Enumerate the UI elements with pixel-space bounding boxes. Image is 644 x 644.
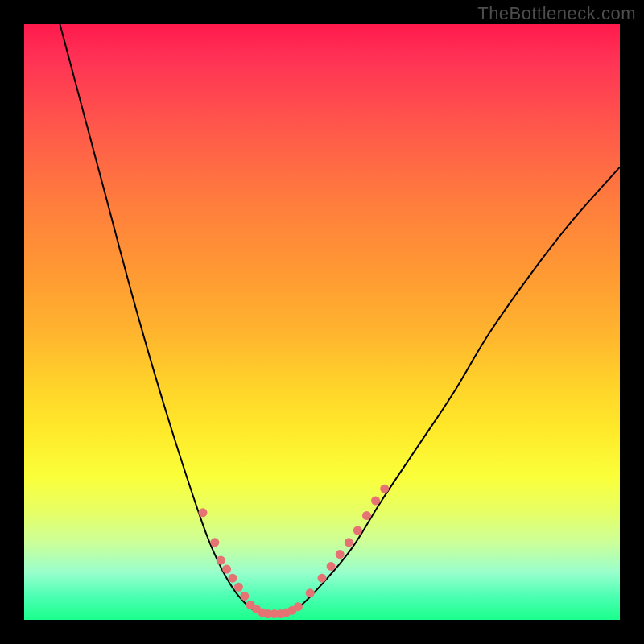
sample-dot xyxy=(318,574,327,583)
sample-dot xyxy=(306,588,315,597)
sample-dot xyxy=(380,485,389,493)
chart-frame: TheBottleneck.com xyxy=(0,0,644,644)
sample-dot xyxy=(199,508,208,517)
sample-dot xyxy=(371,497,380,506)
bottleneck-curve xyxy=(60,24,620,614)
sample-dot xyxy=(327,562,336,571)
plot-area xyxy=(24,24,620,620)
sample-dot xyxy=(362,511,371,520)
watermark-text: TheBottleneck.com xyxy=(477,3,636,24)
sample-dot xyxy=(210,538,219,547)
sample-dot xyxy=(345,538,353,547)
sample-dot xyxy=(222,565,231,574)
sample-dot xyxy=(234,583,243,592)
sample-dot xyxy=(336,550,345,559)
sample-dots-group xyxy=(199,485,390,618)
sample-dot xyxy=(229,574,237,583)
sample-dot xyxy=(217,556,225,565)
sample-dot xyxy=(240,592,249,601)
bottleneck-curve-svg xyxy=(24,24,620,620)
sample-dot xyxy=(294,602,303,611)
sample-dot xyxy=(353,526,362,535)
